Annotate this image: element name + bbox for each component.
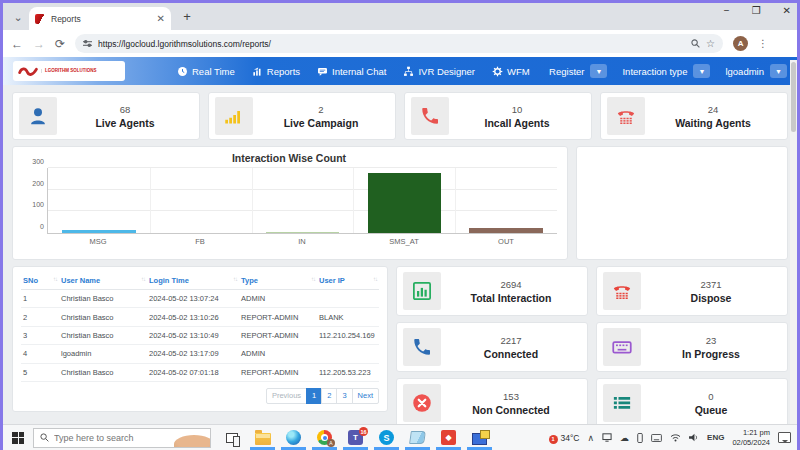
temperature-label[interactable]: 34°C: [561, 433, 580, 443]
bar-slot-msg: [48, 168, 150, 233]
taskbar-skype[interactable]: S: [371, 425, 402, 450]
search-icon: [40, 433, 49, 442]
search-daily-image[interactable]: [174, 435, 211, 448]
start-button[interactable]: [3, 425, 33, 450]
back-button[interactable]: ←: [11, 37, 23, 51]
taskbar-chrome[interactable]: A: [309, 425, 340, 450]
stat-label: Live Campaign: [253, 117, 389, 129]
screen: ⌄ Reports ✕ + − ❐ ✕ ← → ⟳ https://lgoclo…: [0, 0, 800, 450]
dropdown-label: Interaction type: [622, 66, 687, 77]
table-row: 5Christian Basco2024-05-02 07:01:18REPOR…: [21, 363, 379, 381]
onedrive-cloud-icon[interactable]: ☁: [620, 433, 629, 443]
scrollbar-thumb[interactable]: [791, 62, 796, 132]
stat-card-in-progress: 23 In Progress: [596, 322, 788, 372]
pagination-next[interactable]: Next: [352, 388, 379, 404]
chart-title: Interaction Wise Count: [21, 152, 557, 164]
stat-label: Waiting Agents: [645, 117, 781, 129]
table-cell: ADMIN: [239, 290, 317, 308]
stat-card-live-campaign: 2 Live Campaign: [208, 92, 396, 140]
tray-chevron-up-icon[interactable]: ∧: [588, 433, 595, 443]
keyboard-tray-icon[interactable]: [651, 434, 662, 442]
x-axis-label: FB: [149, 237, 251, 246]
stat-label: Queue: [641, 404, 781, 416]
taskbar-onenote[interactable]: [402, 425, 433, 450]
bookmark-star-icon[interactable]: ☆: [706, 38, 715, 49]
profile-avatar[interactable]: A: [733, 36, 748, 51]
column-header-login-time[interactable]: Login Time↑↓: [147, 272, 239, 290]
taskbar-file-explorer[interactable]: [247, 425, 278, 450]
page-scrollbar[interactable]: [790, 60, 797, 424]
retro-phone-icon: [603, 272, 641, 310]
column-header-type[interactable]: Type↑↓: [239, 272, 317, 290]
task-view-button[interactable]: [217, 425, 247, 450]
y-axis-tick: 200: [32, 179, 44, 186]
url-text[interactable]: https://lgocloud.lgorithmsolutions.com/r…: [98, 39, 685, 49]
bar-in: [266, 232, 339, 233]
zoom-icon[interactable]: [691, 39, 700, 48]
sort-icon: ↑↓: [233, 276, 237, 282]
remote-desktop-icon: [472, 433, 487, 445]
nav-item-wfm[interactable]: WFM: [492, 66, 530, 77]
taskbar-teams[interactable]: T16: [340, 425, 371, 450]
wifi-icon[interactable]: [670, 433, 681, 442]
pagination-page-2[interactable]: 2: [321, 388, 337, 404]
language-indicator[interactable]: ENG: [707, 433, 724, 442]
empty-panel: [576, 146, 788, 260]
forward-button[interactable]: →: [33, 37, 45, 51]
table-cell: 2024-05-02 13:10:26: [147, 308, 239, 326]
bar-msg: [62, 230, 135, 233]
stat-value: 0: [641, 391, 781, 402]
bar-slot-fb: [150, 168, 252, 233]
retro-phone-icon: [607, 97, 645, 135]
chevron-down-icon[interactable]: ▼: [693, 64, 710, 78]
right-stat-cards: 2694 Total Interaction 2371 Dispose 2217…: [396, 266, 788, 412]
table-cell: REPORT-ADMIN: [239, 326, 317, 344]
column-header-user-ip[interactable]: User IP↑↓: [317, 272, 379, 290]
new-tab-button[interactable]: +: [177, 7, 197, 27]
browser-toolbar: ← → ⟳ https://lgocloud.lgorithmsolutions…: [3, 30, 797, 57]
column-header-sno[interactable]: SNo↑↓: [21, 272, 59, 290]
notification-center-icon[interactable]: [778, 432, 791, 443]
dropdown-register: Register▼: [549, 64, 607, 78]
pagination-page-3[interactable]: 3: [336, 388, 352, 404]
nav-item-ivr-designer[interactable]: IVR Designer: [403, 66, 475, 77]
clock[interactable]: 1:21 pm 02/05/2024: [732, 428, 770, 447]
table-cell: REPORT-ADMIN: [239, 363, 317, 381]
nav-item-reports[interactable]: Reports: [252, 66, 300, 77]
reload-button[interactable]: ⟳: [55, 37, 65, 51]
taskbar-anydesk[interactable]: ◆: [433, 425, 464, 450]
minimize-button[interactable]: −: [724, 5, 730, 16]
taskbar-edge[interactable]: [278, 425, 309, 450]
tab-search-chevron-icon[interactable]: ⌄: [7, 6, 29, 28]
pagination-previous[interactable]: Previous: [266, 388, 307, 404]
tab-close-icon[interactable]: ✕: [157, 13, 165, 24]
brand-logo[interactable]: LGORITHM SOLUTIONS: [13, 61, 125, 81]
chevron-down-icon[interactable]: ▼: [770, 64, 787, 78]
nav-right-menu: Register▼Interaction type▼lgoadmin▼: [549, 64, 787, 78]
address-bar[interactable]: https://lgocloud.lgorithmsolutions.com/r…: [75, 34, 723, 53]
phone-icon: [411, 97, 449, 135]
pagination-page-1[interactable]: 1: [306, 388, 322, 404]
maximize-button[interactable]: ❐: [752, 5, 761, 16]
stat-value: 10: [449, 104, 585, 115]
table-row: 4lgoadmin2024-05-02 13:17:09ADMIN: [21, 345, 379, 363]
browser-tab[interactable]: Reports ✕: [29, 7, 171, 30]
keyboard-icon: [603, 328, 641, 366]
nav-item-internal-chat[interactable]: Internal Chat: [317, 66, 386, 77]
tune-icon[interactable]: [83, 39, 92, 48]
column-header-user-name[interactable]: User Name↑↓: [59, 272, 147, 290]
close-button[interactable]: ✕: [783, 5, 791, 16]
stat-label: Total Interaction: [441, 292, 581, 304]
tray-monitor-icon[interactable]: [602, 433, 612, 442]
search-input[interactable]: [54, 433, 164, 443]
chevron-down-icon[interactable]: ▼: [590, 64, 607, 78]
volume-icon[interactable]: [689, 433, 699, 442]
nav-item-real-time[interactable]: Real Time: [177, 66, 235, 77]
taskbar-search[interactable]: [33, 428, 211, 448]
taskbar-remote-desktop[interactable]: [464, 425, 495, 450]
bar-slot-sms_at: [353, 168, 455, 233]
windows-logo-icon: [12, 432, 24, 444]
browser-menu-icon[interactable]: ⋮: [758, 38, 768, 49]
phone-link-icon[interactable]: [637, 433, 643, 443]
x-axis-label: MSG: [47, 237, 149, 246]
